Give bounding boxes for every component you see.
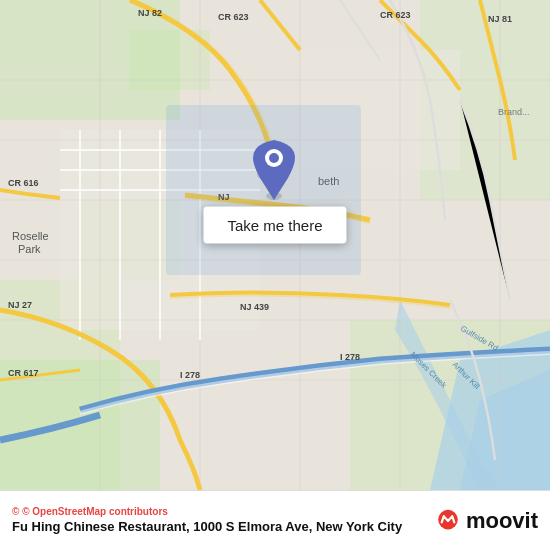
moovit-icon-svg — [434, 507, 462, 535]
svg-text:CR 617: CR 617 — [8, 368, 39, 378]
osm-credit: © © OpenStreetMap contributors — [12, 506, 424, 517]
svg-rect-6 — [0, 360, 160, 490]
svg-text:NJ 82: NJ 82 — [138, 8, 162, 18]
svg-text:NJ 81: NJ 81 — [488, 14, 512, 24]
svg-text:NJ 27: NJ 27 — [8, 300, 32, 310]
svg-text:Brand...: Brand... — [498, 107, 530, 117]
location-name: Fu Hing Chinese Restaurant, 1000 S Elmor… — [12, 519, 424, 536]
svg-text:NJ 439: NJ 439 — [240, 302, 269, 312]
svg-text:CR 616: CR 616 — [8, 178, 39, 188]
info-left: © © OpenStreetMap contributors Fu Hing C… — [12, 506, 424, 536]
svg-point-52 — [269, 153, 279, 163]
osm-text: © OpenStreetMap contributors — [22, 506, 168, 517]
osm-icon: © — [12, 506, 19, 517]
svg-text:CR 623: CR 623 — [380, 10, 411, 20]
svg-text:I 278: I 278 — [340, 352, 360, 362]
map-container: CR 623 CR 623 NJ 81 NJ 82 CR 616 CR 617 … — [0, 0, 550, 490]
svg-rect-48 — [166, 105, 361, 275]
moovit-text: moovit — [466, 508, 538, 534]
info-bar: © © OpenStreetMap contributors Fu Hing C… — [0, 490, 550, 550]
svg-text:CR 623: CR 623 — [218, 12, 249, 22]
take-me-there-button[interactable]: Take me there — [203, 207, 346, 244]
svg-text:I 278: I 278 — [180, 370, 200, 380]
svg-text:Park: Park — [18, 243, 41, 255]
svg-text:Roselle: Roselle — [12, 230, 49, 242]
moovit-logo: moovit — [434, 507, 538, 535]
